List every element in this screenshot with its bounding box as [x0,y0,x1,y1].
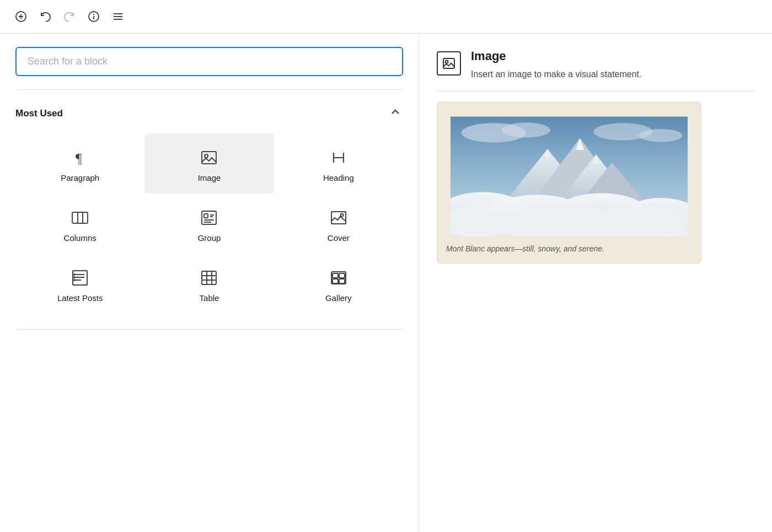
svg-point-47 [446,61,448,63]
svg-point-50 [502,122,550,137]
info-button[interactable] [84,7,104,26]
svg-text:¶: ¶ [76,151,82,166]
preview-block-icon [437,51,461,76]
paragraph-icon: ¶ [71,149,89,166]
right-panel: Image Insert an image to make a visual s… [419,34,772,532]
svg-rect-42 [333,273,338,278]
svg-rect-36 [202,271,216,284]
undo-button[interactable] [35,7,55,26]
preview-card-inner [437,102,701,237]
most-used-header: Most Used [0,94,419,129]
block-item-image[interactable]: Image [144,133,274,194]
toolbar [0,0,772,34]
columns-icon [71,209,89,227]
block-label-columns: Columns [64,233,96,243]
svg-rect-46 [443,58,454,68]
menu-button[interactable] [108,7,128,26]
search-divider [15,89,403,90]
block-item-heading[interactable]: Heading [274,133,403,194]
gallery-icon [330,269,347,287]
block-label-paragraph: Paragraph [61,173,99,182]
block-label-cover: Cover [328,233,350,243]
block-item-cover[interactable]: Cover [274,194,403,254]
right-divider [437,91,754,92]
svg-rect-19 [204,214,208,218]
block-item-gallery[interactable]: Gallery [274,254,403,314]
block-item-group[interactable]: Group [144,194,274,254]
svg-rect-24 [331,212,346,224]
add-block-button[interactable] [11,7,31,26]
block-label-heading: Heading [323,173,354,182]
most-used-title: Most Used [15,108,63,119]
block-item-paragraph[interactable]: ¶ Paragraph [15,133,144,194]
block-label-table: Table [200,293,219,303]
svg-point-25 [340,214,343,217]
block-item-latest-posts[interactable]: Latest Posts [15,254,144,314]
latest-posts-icon [71,269,89,287]
block-label-group: Group [198,233,221,243]
svg-point-35 [74,280,75,281]
block-label-latest-posts: Latest Posts [57,293,103,303]
svg-rect-10 [202,152,216,164]
svg-point-34 [74,277,75,278]
svg-rect-68 [451,227,688,235]
table-icon [200,269,218,287]
svg-point-52 [639,129,682,142]
redo-button[interactable] [60,7,79,26]
svg-point-33 [74,274,75,275]
main-layout: Most Used ¶ Paragraph [0,34,772,532]
block-info-header: Image Insert an image to make a visual s… [437,49,754,81]
svg-rect-26 [331,212,346,224]
group-icon [200,209,218,227]
block-label-image: Image [198,173,221,182]
cover-icon [330,209,347,227]
heading-icon [330,149,347,166]
image-icon [200,149,218,166]
block-label-gallery: Gallery [325,293,352,303]
svg-point-5 [94,14,94,15]
block-grid: ¶ Paragraph Image [0,129,419,325]
search-container [0,34,419,85]
bottom-divider [15,329,403,330]
collapse-button[interactable] [388,104,403,122]
search-input[interactable] [15,47,403,76]
svg-rect-44 [333,279,338,283]
svg-rect-43 [339,273,345,278]
preview-description: Insert an image to make a visual stateme… [471,68,641,81]
block-item-columns[interactable]: Columns [15,194,144,254]
preview-card: Mont Blanc appears—still, snowy, and ser… [437,101,701,264]
left-panel: Most Used ¶ Paragraph [0,34,419,532]
svg-point-11 [205,154,208,158]
mountain-scene-image [451,115,688,237]
block-info-text: Image Insert an image to make a visual s… [471,49,641,81]
preview-title: Image [471,49,641,63]
svg-rect-15 [72,212,88,223]
image-caption: Mont Blanc appears—still, snowy, and ser… [437,237,701,263]
block-item-table[interactable]: Table [144,254,274,314]
svg-rect-45 [339,279,345,283]
